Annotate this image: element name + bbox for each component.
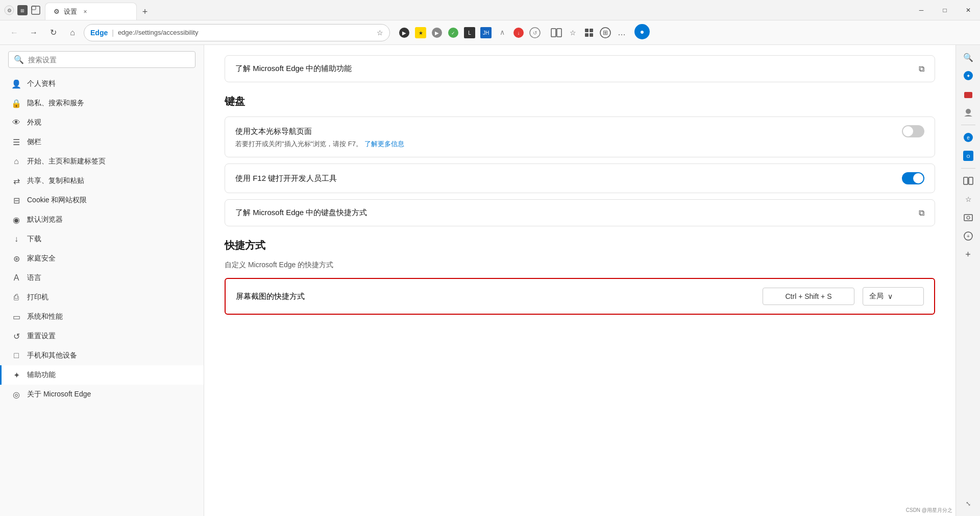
minimize-button[interactable]: ─ <box>910 0 933 20</box>
add-sidebar-icon[interactable]: + <box>960 246 976 263</box>
f12-devtools-label: 使用 F12 键打开开发人员工具 <box>235 174 337 183</box>
svg-text:✓: ✓ <box>451 31 455 36</box>
svg-rect-28 <box>590 29 593 32</box>
sidebar-search-icon[interactable]: 🔍 <box>960 49 976 65</box>
svg-text:▶: ▶ <box>402 30 406 36</box>
svg-text:⊞: ⊞ <box>20 8 24 13</box>
sidebar-item-downloads[interactable]: ↓ 下载 <box>0 229 204 249</box>
sidebar-item-languages[interactable]: A 语言 <box>0 268 204 288</box>
svg-text:⤡: ⤡ <box>966 500 971 507</box>
phone-icon: □ <box>12 351 21 360</box>
ext-icon-6[interactable]: JH <box>479 26 493 40</box>
caret-nav-label: 使用文本光标导航页面 <box>235 127 312 136</box>
favorites-sidebar-icon[interactable]: ☆ <box>960 191 976 207</box>
sidebar-item-sidebar[interactable]: ☰ 侧栏 <box>0 132 204 152</box>
address-bar[interactable]: Edge | edge://settings/accessibility ☆ <box>84 24 390 41</box>
shortcut-scope-dropdown[interactable]: 全局 ∨ <box>863 287 924 306</box>
edge-profile-btn[interactable]: ● <box>634 24 650 42</box>
home-icon: ⌂ <box>12 157 21 166</box>
external-link-icon[interactable]: ⧉ <box>919 64 924 74</box>
split-view-icon[interactable] <box>960 173 976 189</box>
shortcuts-section-title: 快捷方式 <box>225 239 935 252</box>
back-button[interactable]: ← <box>6 25 22 41</box>
screenshot-shortcut-label: 屏幕截图的快捷方式 <box>236 292 754 301</box>
sidebar-item-share[interactable]: ⇄ 共享、复制和粘贴 <box>0 171 204 191</box>
sidebar-item-profile[interactable]: 👤 个人资料 <box>0 74 204 93</box>
outlook-icon[interactable]: O <box>960 148 976 164</box>
shopping-icon[interactable] <box>960 86 976 102</box>
svg-text:↓: ↓ <box>518 30 520 36</box>
ext-icon-7[interactable]: ∧ <box>495 26 509 40</box>
browser-icon2: ⊞ <box>17 5 28 15</box>
screenshot-key-input[interactable]: Ctrl + Shift + S <box>763 288 854 305</box>
edge-circle-icon[interactable]: e <box>960 129 976 146</box>
sidebar-item-privacy[interactable]: 🔒 隐私、搜索和服务 <box>0 93 204 113</box>
sidebar-item-system[interactable]: ▭ 系统和性能 <box>0 307 204 326</box>
caret-nav-link[interactable]: 了解更多信息 <box>364 140 404 148</box>
svg-text:L: L <box>468 30 471 36</box>
sidebar-item-family[interactable]: ⊛ 家庭安全 <box>0 249 204 268</box>
home-button[interactable]: ⌂ <box>64 25 81 41</box>
ext-icon-8[interactable]: ↓ <box>511 26 526 40</box>
profile-sidebar-icon[interactable] <box>960 104 976 121</box>
sidebar-label-downloads: 下载 <box>27 234 41 244</box>
restore-button[interactable]: □ <box>933 0 957 20</box>
split-screen-icon[interactable] <box>549 26 564 40</box>
sidebar-label-sidebar: 侧栏 <box>27 137 41 147</box>
search-box[interactable]: 🔍 <box>8 51 195 68</box>
svg-text:☆: ☆ <box>570 29 576 37</box>
svg-rect-44 <box>969 177 973 184</box>
search-input[interactable] <box>28 56 190 64</box>
keyboard-section-title: 键盘 <box>225 95 935 108</box>
sidebar-item-start[interactable]: ⌂ 开始、主页和新建标签页 <box>0 152 204 171</box>
sidebar-label-start: 开始、主页和新建标签页 <box>27 157 106 166</box>
sidebar-item-phone[interactable]: □ 手机和其他设备 <box>0 346 204 365</box>
f12-devtools-card: 使用 F12 键打开开发人员工具 <box>225 163 935 193</box>
ext-icon-3[interactable]: ▶ <box>430 26 444 40</box>
copilot-icon[interactable]: ✦ <box>960 67 976 84</box>
sidebar-item-appearance[interactable]: 👁 外观 <box>0 113 204 132</box>
sidebar-item-reset[interactable]: ↺ 重置设置 <box>0 326 204 346</box>
sidebar-label-reset: 重置设置 <box>27 332 56 341</box>
language-icon: A <box>12 273 21 283</box>
browser-icon3 <box>31 5 41 15</box>
svg-rect-30 <box>590 33 593 37</box>
sidebar-label-accessibility: 辅助功能 <box>27 370 56 380</box>
sidebar-item-browser[interactable]: ◉ 默认浏览器 <box>0 210 204 229</box>
svg-text:⊞: ⊞ <box>603 29 608 36</box>
f12-devtools-toggle[interactable] <box>902 172 924 184</box>
external-link-keyboard-icon[interactable]: ⧉ <box>919 208 924 218</box>
sidebar-label-privacy: 隐私、搜索和服务 <box>27 99 84 108</box>
more-tools-btn[interactable]: … <box>615 26 629 40</box>
forward-button[interactable]: → <box>26 25 42 41</box>
reset-icon: ↺ <box>12 332 21 341</box>
ext-icon-2[interactable]: ★ <box>413 26 428 40</box>
tab-close-button[interactable]: × <box>81 8 89 16</box>
sidebar-item-printer[interactable]: ⎙ 打印机 <box>0 288 204 307</box>
extensions-sidebar-icon[interactable]: + <box>960 228 976 244</box>
learn-accessibility-card[interactable]: 了解 Microsoft Edge 中的辅助功能 ⧉ <box>225 55 935 82</box>
ext-icon-9[interactable]: ↺ <box>528 26 542 40</box>
extensions-btn[interactable]: ⊞ <box>598 26 612 40</box>
caret-nav-toggle[interactable] <box>902 125 924 137</box>
svg-rect-37 <box>964 92 972 98</box>
ext-icon-5[interactable]: L <box>462 26 477 40</box>
learn-keyboard-card[interactable]: 了解 Microsoft Edge 中的键盘快捷方式 ⧉ <box>225 199 935 226</box>
close-button[interactable]: ✕ <box>957 0 980 20</box>
bookmark-star-icon[interactable]: ☆ <box>377 29 383 37</box>
expand-icon[interactable]: ⤡ <box>960 496 976 512</box>
toolbar: ← → ↻ ⌂ Edge | edge://settings/accessibi… <box>0 20 980 45</box>
collections-icon[interactable] <box>582 26 596 40</box>
favorites-icon[interactable]: ☆ <box>566 26 580 40</box>
settings-tab[interactable]: ⚙ 设置 × <box>45 3 137 20</box>
screenshot-sidebar-icon[interactable] <box>960 209 976 226</box>
reload-button[interactable]: ↻ <box>45 25 61 41</box>
new-tab-button[interactable]: + <box>137 4 153 20</box>
sidebar-item-cookies[interactable]: ⊟ Cookie 和网站权限 <box>0 191 204 210</box>
sidebar-label-about: 关于 Microsoft Edge <box>27 390 91 399</box>
sidebar-item-accessibility[interactable]: ✦ 辅助功能 <box>0 365 204 385</box>
sidebar-item-about[interactable]: ◎ 关于 Microsoft Edge <box>0 385 204 404</box>
ext-icon-1[interactable]: ▶ <box>397 26 411 40</box>
shortcut-scope-label: 全局 <box>869 292 884 301</box>
ext-icon-4[interactable]: ✓ <box>446 26 460 40</box>
